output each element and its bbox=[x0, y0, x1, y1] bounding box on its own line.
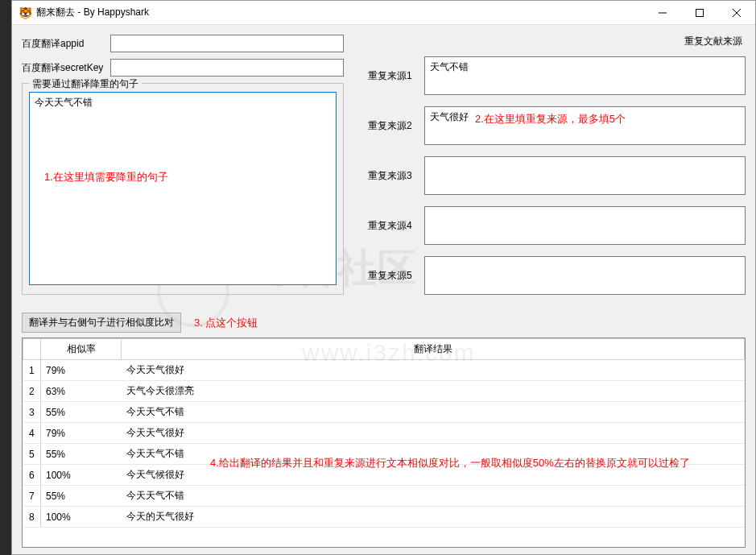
annotation-1: 1.在这里填需要降重的句子 bbox=[44, 170, 168, 184]
table-row[interactable]: 179%今天天气很好 bbox=[23, 360, 745, 381]
source-row-5: 重复来源5 bbox=[368, 256, 746, 295]
secret-label: 百度翻译secretKey bbox=[22, 61, 110, 75]
source-label: 重复来源3 bbox=[368, 169, 424, 183]
annotation-3: 3. 点这个按钮 bbox=[194, 316, 258, 330]
maximize-button[interactable] bbox=[681, 1, 718, 24]
table-row[interactable]: 8100%今天的天气很好 bbox=[23, 507, 745, 528]
titlebar: 🐯 翻来翻去 - By Happyshark bbox=[12, 1, 755, 25]
sources-header: 重复文献来源 bbox=[368, 35, 746, 48]
content-area: i3综合社区 www.i3zh.com 1.在这里填需要降重的句子 2.在这里填… bbox=[12, 25, 755, 554]
source-row-3: 重复来源3 bbox=[368, 156, 746, 195]
source-label: 重复来源5 bbox=[368, 269, 424, 283]
cell-index: 6 bbox=[23, 465, 41, 486]
action-row: 翻译并与右侧句子进行相似度比对 3. 点这个按钮 bbox=[22, 313, 746, 333]
table-row[interactable]: 263%天气今天很漂亮 bbox=[23, 381, 745, 402]
source-input-5[interactable] bbox=[424, 256, 746, 295]
source-label: 重复来源2 bbox=[368, 119, 424, 133]
external-sidebar bbox=[0, 0, 11, 555]
table-row[interactable]: 479%今天天气很好 bbox=[23, 423, 745, 444]
source-label: 重复来源4 bbox=[368, 219, 424, 233]
cell-index: 3 bbox=[23, 402, 41, 423]
cell-result: 今天天气不错 bbox=[122, 486, 745, 507]
cell-similarity: 79% bbox=[41, 360, 122, 381]
results-table: 相似率 翻译结果 179%今天天气很好263%天气今天很漂亮355%今天天气不错… bbox=[23, 338, 745, 528]
cell-result: 今天天气不错 bbox=[122, 402, 745, 423]
cell-similarity: 100% bbox=[41, 465, 122, 486]
close-button[interactable] bbox=[718, 1, 755, 24]
table-row[interactable]: 755%今天天气不错 bbox=[23, 486, 745, 507]
source-row-1: 重复来源1 bbox=[368, 56, 746, 95]
cell-similarity: 100% bbox=[41, 507, 122, 528]
window-controls bbox=[644, 1, 755, 24]
appid-input[interactable] bbox=[110, 35, 344, 52]
cell-similarity: 79% bbox=[41, 423, 122, 444]
source-label: 重复来源1 bbox=[368, 69, 424, 83]
annotation-2: 2.在这里填重复来源，最多填5个 bbox=[475, 112, 626, 126]
minimize-button[interactable] bbox=[644, 1, 681, 24]
col-index[interactable] bbox=[23, 339, 41, 360]
compare-button[interactable]: 翻译并与右侧句子进行相似度比对 bbox=[22, 313, 181, 333]
cell-index: 2 bbox=[23, 381, 41, 402]
source-input-1[interactable] bbox=[424, 56, 746, 95]
source-input-4[interactable] bbox=[424, 206, 746, 245]
cell-result: 今天天气很好 bbox=[122, 360, 745, 381]
cell-index: 4 bbox=[23, 423, 41, 444]
app-icon: 🐯 bbox=[19, 6, 31, 19]
col-similarity[interactable]: 相似率 bbox=[41, 339, 122, 360]
cell-result: 今天天气很好 bbox=[122, 423, 745, 444]
cell-similarity: 55% bbox=[41, 402, 122, 423]
appid-row: 百度翻译appid bbox=[22, 35, 344, 52]
cell-result: 今天的天气很好 bbox=[122, 507, 745, 528]
source-row-4: 重复来源4 bbox=[368, 206, 746, 245]
cell-index: 5 bbox=[23, 444, 41, 465]
cell-index: 1 bbox=[23, 360, 41, 381]
sentence-textarea[interactable] bbox=[29, 92, 337, 285]
right-column: 重复文献来源 重复来源1重复来源2重复来源3重复来源4重复来源5 bbox=[368, 35, 746, 306]
appid-label: 百度翻译appid bbox=[22, 37, 110, 51]
cell-similarity: 63% bbox=[41, 381, 122, 402]
cell-index: 7 bbox=[23, 486, 41, 507]
sentence-groupbox: 需要通过翻译降重的句子 bbox=[22, 83, 344, 295]
window-title: 翻来翻去 - By Happyshark bbox=[36, 6, 644, 19]
svg-rect-1 bbox=[696, 9, 704, 16]
secret-input[interactable] bbox=[110, 59, 344, 77]
cell-similarity: 55% bbox=[41, 444, 122, 465]
table-row[interactable]: 355%今天天气不错 bbox=[23, 402, 745, 423]
cell-result: 天气今天很漂亮 bbox=[122, 381, 745, 402]
annotation-4: 4.给出翻译的结果并且和重复来源进行文本相似度对比，一般取相似度50%左右的替换… bbox=[210, 455, 742, 472]
cell-similarity: 55% bbox=[41, 486, 122, 507]
results-table-wrap: 相似率 翻译结果 179%今天天气很好263%天气今天很漂亮355%今天天气不错… bbox=[22, 338, 746, 548]
col-result[interactable]: 翻译结果 bbox=[122, 339, 745, 360]
groupbox-title: 需要通过翻译降重的句子 bbox=[29, 77, 142, 91]
source-input-3[interactable] bbox=[424, 156, 746, 195]
secret-row: 百度翻译secretKey bbox=[22, 59, 344, 77]
cell-index: 8 bbox=[23, 507, 41, 528]
app-window: 🐯 翻来翻去 - By Happyshark i3综合社区 www.i3zh.c… bbox=[11, 0, 756, 555]
